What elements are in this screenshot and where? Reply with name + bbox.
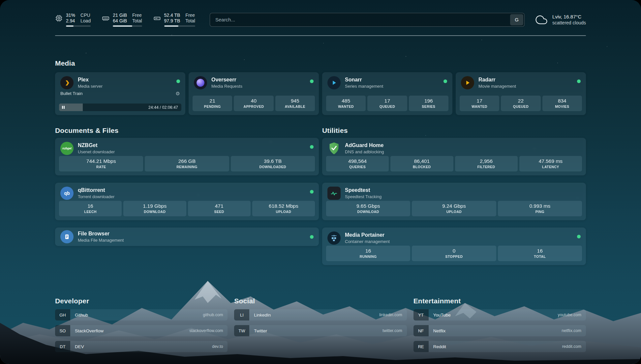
service-card-portainer[interactable]: Media Portainer Container management 16 …: [322, 228, 586, 265]
filebrowser-icon: [60, 230, 74, 243]
playback-bar[interactable]: 24:44 / 02:06:47: [59, 104, 181, 111]
stat-box: 266 GB REMAINING: [145, 156, 229, 171]
weather-condition: scattered clouds: [552, 20, 586, 26]
bookmark-linkedin[interactable]: LI LinkedIn linkedin.com: [234, 309, 407, 320]
stats-row: 9.65 Gbps DOWNLOAD 9.24 Gbps UPLOAD 0.99…: [322, 201, 586, 220]
service-card-qbittorrent[interactable]: qb qBittorrent Torrent downloader 16 LEE…: [55, 183, 319, 220]
stat-box: 618.52 Mbps UPLOAD: [252, 201, 315, 216]
search-bar: G: [210, 13, 525, 27]
service-card-speedtest[interactable]: Speedtest Speedtest Tracking 9.65 Gbps D…: [322, 183, 586, 220]
memory-icon: [102, 13, 109, 22]
stat-box: 0.993 ms PING: [498, 201, 582, 216]
service-name: qBittorrent: [78, 187, 114, 194]
two-column-section: Documents & Files nzbget NZBGet Usenet d…: [55, 126, 586, 272]
section-title-entertainment: Entertainment: [413, 297, 586, 305]
stat-value: 9.24 Gbps: [413, 203, 495, 209]
stat-label: QUEUED: [502, 105, 539, 109]
service-card-adguard[interactable]: AdGuard Home DNS and adblocking 498,564 …: [322, 138, 586, 175]
stat-label: PENDING: [194, 105, 231, 109]
bookmark-abbr: SO: [55, 325, 70, 336]
bookmark-github[interactable]: GH Github github.com: [55, 309, 228, 320]
stat-box: 39.6 TB DOWNLOADED: [231, 156, 315, 171]
stat-value: 1.19 Gbps: [125, 203, 185, 209]
top-bar: 31% CPU 2.94 Load: [55, 0, 586, 27]
status-dot: [310, 235, 314, 239]
service-card-plex[interactable]: Plex Media server Bullet Train ⚙ 24:44 /…: [55, 72, 185, 115]
bookmark-twitter[interactable]: TW Twitter twitter.com: [234, 325, 407, 336]
service-card-nzbget[interactable]: nzbget NZBGet Usenet downloader 744.21 M…: [55, 138, 319, 175]
cpu-usage-value: 31%: [66, 13, 75, 18]
service-name: Plex: [78, 76, 103, 83]
cpu-usage-label: CPU: [80, 13, 91, 18]
bookmark-url: twitter.com: [382, 328, 402, 333]
cpu-widget: 31% CPU 2.94 Load: [55, 13, 91, 27]
stat-value: 266 GB: [146, 158, 228, 164]
service-card-filebrowser[interactable]: File Browser Media File Management: [55, 228, 319, 246]
memory-progress-fill: [113, 25, 132, 27]
bookmark-url: netflix.com: [562, 328, 581, 333]
portainer-icon: [327, 231, 341, 245]
bookmark-group-social: Social LI LinkedIn linkedin.com TW Twitt…: [234, 297, 407, 357]
stat-label: DOWNLOAD: [327, 210, 409, 214]
stat-box: 16 LEECH: [59, 201, 122, 216]
stat-value: 2,956: [456, 158, 516, 164]
stat-value: 0.993 ms: [499, 203, 581, 209]
stat-box: 744.21 Mbps RATE: [59, 156, 143, 171]
stat-box: 2,956 FILTERED: [455, 156, 518, 171]
bookmark-reddit[interactable]: RE Reddit reddit.com: [413, 341, 586, 352]
section-title-documents: Documents & Files: [55, 126, 319, 135]
bookmark-netflix[interactable]: NF Netflix netflix.com: [413, 325, 586, 336]
search-provider-button[interactable]: G: [510, 14, 523, 25]
bookmark-label: YouTube: [433, 313, 451, 318]
stats-row: 498,564 QUERIES 86,401 BLOCKED 2,956 FIL…: [322, 156, 586, 175]
stat-box: 1.19 Gbps DOWNLOAD: [123, 201, 186, 216]
bookmark-label: Github: [75, 313, 88, 318]
plex-icon: [60, 76, 74, 89]
topbar-divider: [55, 35, 586, 36]
memory-total-value: 64 GiB: [113, 18, 127, 24]
media-card-row: Plex Media server Bullet Train ⚙ 24:44 /…: [55, 72, 586, 115]
stat-value: 471: [189, 203, 249, 209]
gear-icon[interactable]: ⚙: [176, 91, 180, 96]
stat-label: WANTED: [327, 105, 364, 109]
bookmark-abbr: RE: [413, 341, 429, 352]
stat-box: 40 APPROVED: [234, 96, 273, 111]
disk-progress-bar: [164, 25, 195, 27]
bookmark-stackoverflow[interactable]: SO StackOverflow stackoverflow.com: [55, 325, 228, 336]
bookmark-abbr: NF: [413, 325, 429, 336]
service-name: Media Portainer: [345, 232, 390, 238]
speedtest-icon: [327, 187, 341, 200]
search-input[interactable]: [210, 17, 510, 22]
service-card-sonarr[interactable]: Sonarr Series management 485 WANTED 17 Q…: [322, 72, 452, 115]
stat-value: 744.21 Mbps: [60, 158, 142, 164]
stat-box: 17 QUEUED: [367, 96, 407, 111]
bookmark-abbr: YT: [413, 309, 429, 320]
bookmarks-section: Developer GH Github github.com SO StackO…: [55, 297, 586, 357]
stat-value: 39.6 TB: [232, 158, 314, 164]
stat-box: 9.24 Gbps UPLOAD: [412, 201, 496, 216]
service-subtitle: Torrent downloader: [78, 194, 114, 199]
overseerr-icon: [194, 76, 207, 89]
memory-widget: 21 GiB Free 64 GiB Total: [102, 13, 142, 27]
stat-label: APPROVED: [235, 105, 272, 109]
disk-free-value: 52.4 TB: [164, 13, 180, 18]
status-dot: [310, 145, 314, 149]
service-name: Radarr: [478, 76, 516, 83]
now-playing-title: Bullet Train: [60, 91, 83, 96]
bookmark-label: StackOverflow: [75, 328, 104, 333]
stat-value: 16: [60, 203, 120, 209]
status-dot: [310, 190, 314, 194]
bookmark-youtube[interactable]: YT YouTube youtube.com: [413, 309, 586, 320]
sonarr-icon: [327, 76, 341, 89]
service-name: Sonarr: [345, 76, 383, 83]
bookmark-label: Netflix: [433, 328, 446, 333]
service-subtitle: Speedtest Tracking: [345, 194, 382, 199]
memory-free-label: Free: [132, 13, 142, 18]
cloud-icon: [534, 14, 548, 26]
service-name: AdGuard Home: [345, 142, 384, 149]
stat-value: 16: [499, 248, 581, 254]
service-card-overseerr[interactable]: Overseerr Media Requests 21 PENDING 40 A…: [189, 72, 319, 115]
service-card-radarr[interactable]: Radarr Movie management 17 WANTED 22 QUE…: [456, 72, 586, 115]
bookmark-dev[interactable]: DT DEV dev.to: [55, 341, 228, 352]
pause-icon[interactable]: [62, 106, 65, 109]
